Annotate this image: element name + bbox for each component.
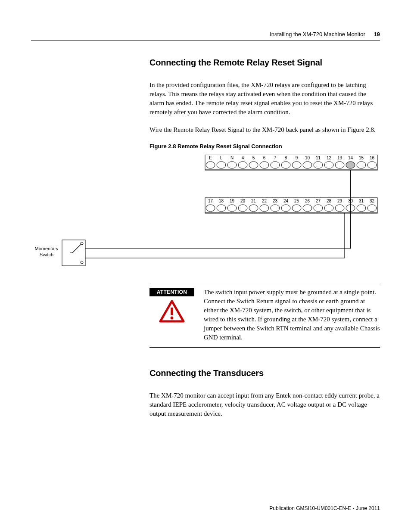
terminal-label: 18 — [219, 199, 224, 203]
terminal-label: 8 — [285, 156, 287, 160]
terminal-hole — [314, 205, 323, 212]
terminal-hole — [357, 205, 366, 212]
terminal-label: 14 — [348, 156, 353, 160]
terminal-hole — [281, 162, 290, 168]
terminal-label: 16 — [370, 156, 375, 160]
attention-icon — [159, 300, 185, 325]
terminal-hole — [357, 162, 366, 168]
section-heading-relay-reset: Connecting the Remote Relay Reset Signal — [149, 58, 380, 68]
terminal-hole — [217, 205, 226, 212]
attention-callout: ATTENTION The switch input power supply … — [149, 285, 380, 348]
svg-rect-16 — [171, 308, 173, 315]
terminal-hole — [281, 205, 290, 212]
terminal-hole — [324, 205, 333, 212]
terminal-label: 17 — [208, 199, 213, 203]
terminal-hole — [249, 205, 258, 212]
terminal-hole — [303, 205, 312, 212]
terminal-hole — [227, 205, 237, 212]
terminal-label: 15 — [359, 156, 364, 160]
terminal-hole — [238, 162, 247, 168]
terminal-label: 6 — [263, 156, 266, 160]
figure-caption: Figure 2.8 Remote Relay Reset Signal Con… — [149, 143, 380, 149]
terminal-hole — [324, 162, 333, 168]
terminal-label: 5 — [252, 156, 255, 160]
terminal-label: 28 — [327, 199, 332, 203]
terminal-label: 23 — [273, 199, 278, 203]
terminal-hole — [206, 162, 215, 168]
terminal-label: 7 — [274, 156, 277, 160]
publication-footer: Publication GMSI10-UM001C-EN-E - June 20… — [269, 505, 380, 511]
terminal-label: 29 — [337, 199, 342, 203]
terminal-hole — [217, 162, 226, 168]
terminal-label: 31 — [359, 199, 364, 203]
body-paragraph: The XM-720 monitor can accept input from… — [149, 391, 380, 418]
terminal-label: 9 — [296, 156, 298, 160]
terminal-label: 24 — [283, 199, 289, 203]
terminal-hole — [292, 205, 301, 212]
terminal-hole — [292, 162, 301, 168]
header-rule — [31, 40, 380, 40]
terminal-hole — [260, 162, 269, 168]
body-paragraph: In the provided configuration files, the… — [149, 81, 380, 117]
page-number: 19 — [374, 31, 380, 37]
wiring-diagram: ELN45678910111213141516 1718192021222324… — [31, 155, 380, 268]
terminal-hole — [335, 162, 344, 168]
section-heading-transducers: Connecting the Transducers — [149, 368, 380, 378]
terminal-hole — [271, 162, 280, 168]
terminal-hole — [367, 205, 377, 212]
terminal-hole — [238, 205, 247, 212]
terminal-label: N — [230, 156, 234, 160]
svg-point-17 — [171, 317, 174, 320]
terminal-label: 20 — [240, 199, 246, 203]
switch-label-2: Switch — [40, 252, 53, 257]
running-header: Installing the XM-720 Machine Monitor 19 — [31, 31, 380, 37]
terminal-label: 19 — [230, 199, 235, 203]
terminal-label: 4 — [242, 156, 244, 160]
terminal-hole — [260, 205, 269, 212]
terminal-label: 22 — [262, 199, 267, 203]
terminal-label: 27 — [316, 199, 321, 203]
terminal-label: L — [220, 156, 223, 160]
chapter-title: Installing the XM-720 Machine Monitor — [270, 31, 365, 37]
terminal-hole — [335, 205, 344, 212]
terminal-label: 25 — [294, 199, 299, 203]
terminal-label: 13 — [337, 156, 342, 160]
terminal-hole — [227, 162, 237, 168]
terminal-label: 12 — [327, 156, 332, 160]
switch-label-1: Momentary — [34, 246, 59, 251]
terminal-hole — [206, 205, 215, 212]
body-paragraph: Wire the Remote Relay Reset Signal to th… — [149, 125, 380, 134]
attention-text: The switch input power supply must be gr… — [194, 288, 380, 342]
terminal-hole — [314, 162, 323, 168]
attention-label: ATTENTION — [149, 288, 194, 296]
terminal-label: 11 — [316, 156, 321, 160]
terminal-label: 32 — [370, 199, 375, 203]
terminal-hole — [367, 162, 377, 168]
terminal-label: 10 — [305, 156, 310, 160]
terminal-label: E — [209, 156, 212, 160]
terminal-hole — [303, 162, 312, 168]
terminal-label: 26 — [305, 199, 310, 203]
terminal-label: 21 — [251, 199, 256, 203]
terminal-hole — [271, 205, 280, 212]
terminal-hole — [249, 162, 258, 168]
terminal-hole — [346, 162, 355, 168]
